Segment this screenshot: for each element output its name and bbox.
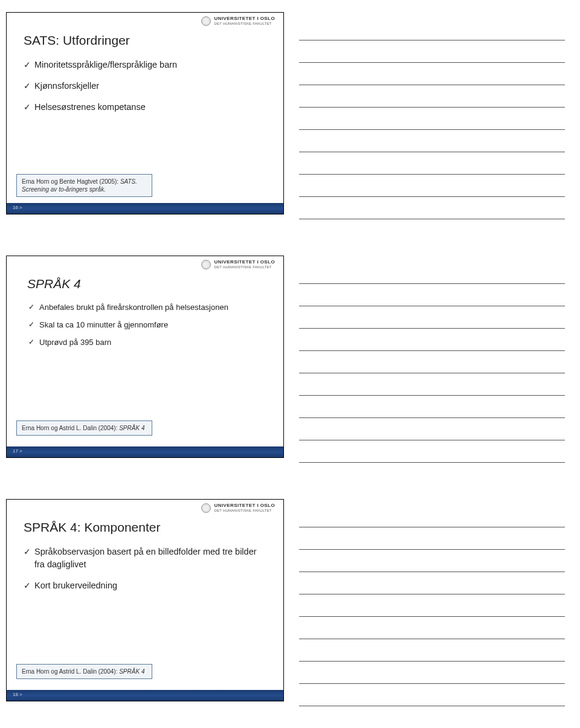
note-line (299, 130, 565, 152)
slide-title: SATS: Utfordringer (24, 33, 266, 48)
note-line (299, 440, 565, 463)
handout-row: UNIVERSITETET I OSLO DET HUMANISTISKE FA… (0, 256, 580, 463)
slide-1: UNIVERSITETET I OSLO DET HUMANISTISKE FA… (6, 12, 284, 214)
ref-text: Erna Horn og Astrid L. Dalin (2004): (22, 668, 119, 675)
ref-text: Erna Horn og Bente Hagtvet (2005): (22, 178, 120, 185)
slide-header: UNIVERSITETET I OSLO DET HUMANISTISKE FA… (7, 13, 283, 28)
note-line (299, 505, 565, 527)
note-line (299, 550, 565, 572)
bullet-item: Kjønnsforskjeller (24, 80, 266, 92)
note-line (299, 373, 565, 396)
slide-3: UNIVERSITETET I OSLO DET HUMANISTISKE FA… (6, 499, 284, 701)
slide-title: SPRÅK 4: Komponenter (24, 520, 266, 535)
slide-title: SPRÅK 4 (24, 277, 266, 291)
note-line (299, 396, 565, 418)
note-line (299, 262, 565, 284)
note-line (299, 594, 565, 617)
logo-text-bottom: DET HUMANISTISKE FAKULTET (214, 22, 275, 25)
note-line (299, 197, 565, 219)
page-number: 16 > (13, 205, 22, 210)
bullet-list: Språkobservasjon basert på en billedfold… (24, 546, 266, 592)
university-logo: UNIVERSITETET I OSLO DET HUMANISTISKE FA… (201, 503, 275, 515)
note-line (299, 306, 565, 329)
page-number: 17 > (13, 448, 22, 454)
handout-row: UNIVERSITETET I OSLO DET HUMANISTISKE FA… (0, 12, 580, 219)
note-line (299, 572, 565, 594)
university-logo: UNIVERSITETET I OSLO DET HUMANISTISKE FA… (201, 16, 275, 28)
slide-header: UNIVERSITETET I OSLO DET HUMANISTISKE FA… (7, 500, 283, 515)
bullet-item: Språkobservasjon basert på en billedfold… (24, 546, 266, 571)
note-line (299, 175, 565, 197)
seal-icon (201, 260, 211, 269)
page-number: 18 > (13, 692, 22, 697)
note-line (299, 284, 565, 306)
note-line (299, 684, 565, 706)
slide-header: UNIVERSITETET I OSLO DET HUMANISTISKE FA… (7, 256, 283, 272)
logo-text-bottom: DET HUMANISTISKE FAKULTET (214, 509, 275, 512)
logo-text-top: UNIVERSITETET I OSLO (214, 16, 275, 21)
bullet-item: Kort brukerveiledning (24, 579, 266, 592)
ref-text: Erna Horn og Astrid L. Dalin (2004): (22, 425, 119, 431)
logo-text-bottom: DET HUMANISTISKE FAKULTET (214, 265, 275, 269)
note-line (299, 152, 565, 175)
note-line (299, 18, 565, 40)
reference-box: Erna Horn og Astrid L. Dalin (2004): SPR… (16, 420, 152, 436)
bullet-item: Anbefales brukt på fireårskontrollen på … (24, 302, 266, 314)
note-line (299, 329, 565, 351)
slide-footer: 17 > (7, 446, 283, 457)
notes-area (284, 256, 580, 463)
bullet-item: Utprøvd på 395 barn (24, 337, 266, 349)
ref-italic: SPRÅK 4 (119, 425, 144, 431)
reference-box: Erna Horn og Astrid L. Dalin (2004): SPR… (16, 664, 152, 679)
seal-icon (201, 503, 211, 513)
seal-icon (201, 16, 211, 26)
reference-box: Erna Horn og Bente Hagtvet (2005): SATS.… (16, 174, 152, 197)
bullet-item: Minoritetsspråklige/flerspråklige barn (24, 59, 266, 71)
note-line (299, 418, 565, 440)
ref-italic: SPRÅK 4 (119, 668, 144, 675)
note-line (299, 617, 565, 639)
note-line (299, 639, 565, 662)
note-line (299, 662, 565, 684)
note-line (299, 85, 565, 108)
slide-2: UNIVERSITETET I OSLO DET HUMANISTISKE FA… (6, 256, 284, 458)
note-line (299, 527, 565, 550)
bullet-list: Minoritetsspråklige/flerspråklige barn K… (24, 59, 266, 114)
logo-text-top: UNIVERSITETET I OSLO (214, 260, 275, 265)
note-line (299, 108, 565, 130)
slide-footer: 18 > (7, 690, 283, 701)
bullet-item: Helsesøstrenes kompetanse (24, 101, 266, 114)
university-logo: UNIVERSITETET I OSLO DET HUMANISTISKE FA… (201, 260, 275, 272)
note-line (299, 40, 565, 63)
bullet-list: Anbefales brukt på fireårskontrollen på … (24, 302, 266, 349)
notes-area (284, 12, 580, 219)
slide-footer: 16 > (7, 203, 283, 214)
notes-area (284, 499, 580, 706)
logo-text-top: UNIVERSITETET I OSLO (214, 503, 275, 508)
bullet-item: Skal ta ca 10 minutter å gjennomføre (24, 320, 266, 331)
note-line (299, 63, 565, 85)
note-line (299, 351, 565, 373)
handout-row: UNIVERSITETET I OSLO DET HUMANISTISKE FA… (0, 499, 580, 706)
